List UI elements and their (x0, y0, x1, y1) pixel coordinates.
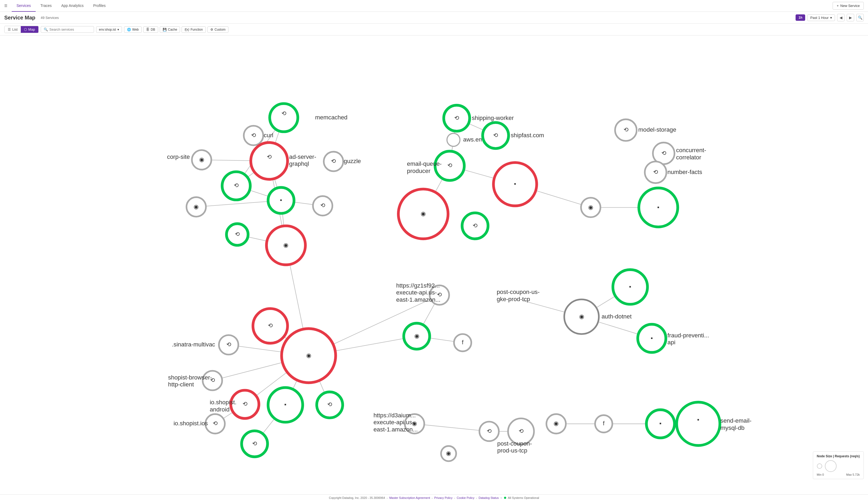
svg-text:◉: ◉ (283, 242, 288, 248)
custom-icon: ⚙ (210, 28, 213, 31)
svg-text:io.shopist.: io.shopist. (210, 399, 237, 406)
nav-tabs: Services Traces App Analytics Profiles (12, 0, 833, 12)
service-count: 49 Services (41, 16, 59, 20)
time-1h-button[interactable]: 1h (795, 14, 805, 21)
status-dot (504, 497, 506, 499)
svg-text:android: android (210, 406, 230, 413)
svg-text:⟲: ⟲ (447, 162, 452, 169)
svg-point-59 (447, 133, 460, 146)
map-icon: ⬡ (24, 28, 27, 31)
legend-max-label: Max 5.72k (846, 473, 860, 476)
cache-icon: 💾 (163, 28, 167, 31)
legend-min-circle (817, 463, 822, 469)
global-search-button[interactable]: 🔍 (856, 14, 864, 21)
nav-tab-app-analytics[interactable]: App Analytics (56, 0, 88, 12)
svg-text:◉: ◉ (421, 210, 426, 217)
filter-custom[interactable]: ⚙ Custom (207, 26, 229, 33)
footer-copyright: Copyright Datadog, Inc. 2020 - 35.300696… (329, 496, 385, 499)
svg-text:⟲: ⟲ (487, 428, 492, 434)
svg-text:post-coupon-us-: post-coupon-us- (497, 289, 539, 295)
list-icon: ☰ (8, 28, 11, 31)
legend-labels: Min 0 Max 5.72k (817, 473, 860, 476)
svg-text:⟲: ⟲ (653, 169, 658, 175)
footer-link-privacy[interactable]: Privacy Policy (434, 496, 452, 499)
svg-text:east-1.amazon...: east-1.amazon... (396, 296, 440, 303)
filter-chips: 🌐 Web 🗄 DB 💾 Cache f(x) Function ⚙ Custo… (124, 26, 229, 33)
svg-text:⟲: ⟲ (519, 428, 524, 434)
footer-link-cookie[interactable]: Cookie Policy (457, 496, 474, 499)
time-forward-button[interactable]: ▶ (847, 14, 854, 21)
svg-text:auth-dotnet: auth-dotnet (602, 313, 632, 320)
new-service-button[interactable]: + New Service (833, 2, 864, 10)
svg-text:model-storage: model-storage (638, 126, 676, 133)
filter-bar: ☰ List ⬡ Map 🔍 env:shop.ist ▾ 🌐 Web 🗄 DB… (0, 24, 868, 35)
nav-tab-services[interactable]: Services (12, 0, 36, 12)
svg-point-40 (270, 104, 298, 132)
svg-text:◉: ◉ (446, 450, 451, 457)
legend-circles (817, 460, 837, 472)
svg-text:⟲: ⟲ (252, 440, 257, 447)
svg-text:⟲: ⟲ (251, 132, 256, 139)
plus-icon: + (837, 4, 839, 8)
svg-text:io.shopist.ios: io.shopist.ios (174, 420, 208, 427)
svg-text:⟲: ⟲ (213, 420, 218, 427)
svg-text:⟲: ⟲ (454, 115, 459, 121)
svg-text:http-client: http-client (168, 381, 194, 388)
page-title: Service Map (4, 15, 35, 21)
footer: Copyright Datadog, Inc. 2020 - 35.300696… (0, 494, 868, 501)
legend-min-label: Min 0 (817, 473, 824, 476)
svg-text:ad-server-: ad-server- (289, 153, 316, 160)
svg-text:⟲: ⟲ (473, 222, 477, 229)
svg-text:▪: ▪ (657, 204, 659, 211)
footer-separator: - (432, 496, 433, 499)
legend-box: Node Size | Requests (req/s) Min 0 Max 5… (813, 451, 864, 479)
env-filter-chip[interactable]: env:shop.ist ▾ (96, 26, 122, 33)
sub-header: Service Map 49 Services 1h Past 1 Hour ▾… (0, 12, 868, 24)
hamburger-icon[interactable]: ☰ (4, 4, 8, 8)
search-input[interactable] (50, 28, 91, 31)
svg-text:⟲: ⟲ (327, 401, 332, 408)
list-view-button[interactable]: ☰ List (4, 26, 21, 33)
nav-tab-profiles[interactable]: Profiles (88, 0, 110, 12)
service-map-container[interactable]: ⟲ memcached ⟲ curl ◉ corp-site ⟲ ad-serv… (0, 35, 868, 490)
footer-link-msa[interactable]: Master Subscription Agreement (389, 496, 430, 499)
function-label: Function (191, 28, 203, 31)
search-icon: 🔍 (44, 28, 48, 31)
filter-web[interactable]: 🌐 Web (124, 26, 142, 33)
footer-separator: - (476, 496, 477, 499)
svg-line-33 (415, 424, 489, 431)
filter-db[interactable]: 🗄 DB (143, 26, 158, 33)
footer-separator: - (387, 496, 388, 499)
svg-text:▪: ▪ (697, 416, 700, 423)
svg-text:◉: ◉ (588, 204, 593, 211)
svg-text:gke-prod-tcp: gke-prod-tcp (497, 296, 530, 302)
svg-text:shipfast.com: shipfast.com (511, 132, 544, 139)
svg-text:⟲: ⟲ (243, 401, 248, 407)
footer-status-text: All Systems Operational (508, 496, 539, 499)
search-input-wrap: 🔍 (41, 26, 94, 33)
map-view-button[interactable]: ⬡ Map (21, 26, 38, 33)
svg-text:.sinatra-multivac: .sinatra-multivac (172, 341, 215, 348)
svg-point-49 (251, 142, 288, 179)
nav-tab-traces[interactable]: Traces (36, 0, 56, 12)
legend-max-circle (825, 460, 837, 472)
time-back-button[interactable]: ◀ (837, 14, 845, 21)
list-label: List (12, 28, 18, 31)
svg-text:⟲: ⟲ (268, 322, 273, 329)
svg-text:◉: ◉ (553, 420, 559, 427)
svg-text:shipping-worker: shipping-worker (472, 115, 514, 121)
svg-text:⟲: ⟲ (226, 341, 231, 348)
filter-cache[interactable]: 💾 Cache (160, 26, 180, 33)
function-icon: f(x) (185, 28, 189, 31)
svg-text:⟲: ⟲ (624, 126, 628, 133)
svg-text:▪: ▪ (651, 335, 653, 341)
filter-function[interactable]: f(x) Function (182, 26, 206, 33)
time-range-selector[interactable]: Past 1 Hour ▾ (807, 14, 835, 21)
svg-text:◉: ◉ (414, 333, 419, 339)
svg-text:memcached: memcached (315, 114, 348, 121)
svg-text:prod-us-tcp: prod-us-tcp (497, 447, 527, 454)
svg-text:◉: ◉ (579, 313, 584, 320)
svg-text:shopist-browser-: shopist-browser- (168, 374, 212, 381)
footer-link-status[interactable]: Datadog Status → (479, 496, 503, 499)
svg-text:f: f (462, 339, 463, 345)
